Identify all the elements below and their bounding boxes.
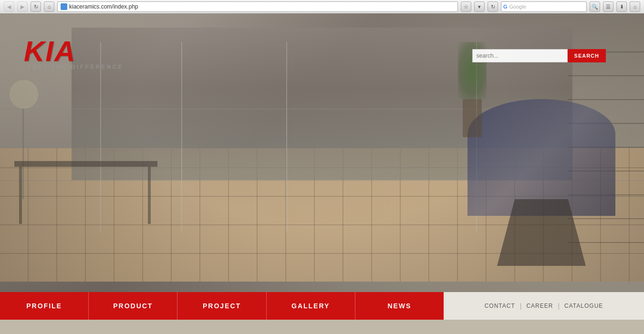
search-input[interactable]: [472, 49, 568, 62]
google-icon: G: [503, 4, 508, 10]
search-magnify-button[interactable]: 🔍: [590, 1, 600, 12]
nav-contact[interactable]: CONTACT: [480, 303, 520, 309]
nav-item-gallery[interactable]: GALLERY: [267, 292, 355, 320]
url-text: kiaceramics.com/index.php: [69, 3, 138, 10]
reload-button[interactable]: ↻: [488, 1, 498, 12]
navigation-bar: PROFILE PRODUCT PROJECT GALLERY NEWS CON…: [0, 292, 644, 320]
nav-item-project[interactable]: PROJECT: [177, 292, 266, 320]
home-icon-button[interactable]: ⌂: [630, 1, 640, 12]
browser-menu-button[interactable]: ☰: [603, 1, 613, 12]
browser-titlebar: ◀ ▶ ↻ ⌂ kiaceramics.com/index.php ☆ ▾ ↻ …: [0, 0, 644, 13]
logo-area: KIA FEEL THE DIFFERENCE: [24, 37, 124, 70]
nav-item-product[interactable]: PRODUCT: [89, 292, 177, 320]
nav-item-profile[interactable]: PROFILE: [0, 292, 89, 320]
search-area: SEARCH: [472, 49, 606, 62]
browser-search-placeholder: Google: [509, 4, 526, 10]
rss-button[interactable]: ▾: [474, 1, 485, 12]
browser-search-box[interactable]: G Google: [501, 1, 587, 12]
secondary-nav: CONTACT | CAREER | CATALOGUE: [444, 292, 644, 320]
search-button[interactable]: SEARCH: [568, 49, 606, 62]
forward-button[interactable]: ▶: [17, 1, 28, 12]
site-icon: [61, 3, 67, 10]
browser-chrome: ◀ ▶ ↻ ⌂ kiaceramics.com/index.php ☆ ▾ ↻ …: [0, 0, 644, 13]
back-button[interactable]: ◀: [4, 1, 14, 12]
star-button[interactable]: ☆: [461, 1, 471, 12]
nav-item-news[interactable]: NEWS: [355, 292, 444, 320]
logo[interactable]: KIA: [24, 37, 124, 66]
main-nav: PROFILE PRODUCT PROJECT GALLERY NEWS: [0, 292, 444, 320]
nav-career[interactable]: CAREER: [521, 303, 558, 309]
address-bar[interactable]: kiaceramics.com/index.php: [57, 1, 458, 12]
home-button[interactable]: ⌂: [44, 1, 54, 12]
main-content: KIA FEEL THE DIFFERENCE SEARCH PROFILE P…: [0, 13, 644, 320]
nav-catalogue[interactable]: CATALOGUE: [560, 303, 608, 309]
refresh-button[interactable]: ↻: [31, 1, 41, 12]
download-button[interactable]: ⬇: [616, 1, 627, 12]
logo-tagline: FEEL THE DIFFERENCE: [28, 64, 124, 70]
